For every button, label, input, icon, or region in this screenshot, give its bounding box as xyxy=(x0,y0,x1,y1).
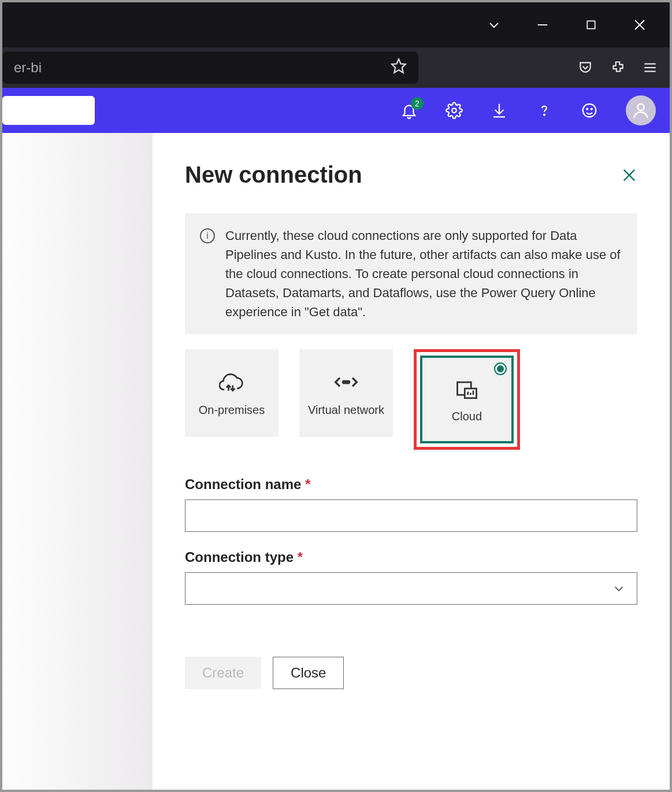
url-text: er-bi xyxy=(14,60,42,76)
url-input[interactable]: er-bi xyxy=(2,51,418,84)
create-button[interactable]: Create xyxy=(185,657,261,689)
gear-icon[interactable] xyxy=(445,102,463,119)
tile-cloud-highlight: Cloud xyxy=(414,349,520,450)
info-icon: i xyxy=(200,228,215,243)
svg-point-11 xyxy=(583,104,596,117)
tile-virtual-network[interactable]: Virtual network xyxy=(299,349,393,437)
svg-point-13 xyxy=(591,109,592,110)
new-connection-panel: New connection i Currently, these cloud … xyxy=(153,133,670,790)
help-icon[interactable] xyxy=(536,102,553,119)
close-button[interactable]: Close xyxy=(273,657,344,689)
panel-title: New connection xyxy=(185,162,362,188)
svg-rect-1 xyxy=(587,21,595,28)
info-message: i Currently, these cloud connections are… xyxy=(185,213,637,334)
chevron-down-icon[interactable] xyxy=(487,18,501,32)
browser-addressbar: er-bi xyxy=(2,47,670,88)
notifications-icon[interactable]: 2 xyxy=(400,102,418,119)
tile-label: On-premises xyxy=(199,403,265,417)
connection-type-label: Connection type * xyxy=(185,549,637,565)
star-icon[interactable] xyxy=(391,58,407,77)
svg-point-10 xyxy=(544,114,545,116)
close-window-icon[interactable] xyxy=(633,18,647,32)
radio-selected-icon xyxy=(494,362,507,375)
extensions-icon[interactable] xyxy=(610,60,626,76)
search-input[interactable] xyxy=(2,96,95,125)
download-icon[interactable] xyxy=(491,102,508,119)
notification-badge: 2 xyxy=(411,97,424,110)
connection-type-select[interactable] xyxy=(185,572,637,605)
hamburger-icon[interactable] xyxy=(642,60,658,76)
svg-marker-4 xyxy=(392,59,405,72)
svg-point-12 xyxy=(586,109,588,110)
svg-point-14 xyxy=(637,104,644,110)
maximize-icon[interactable] xyxy=(584,18,598,32)
chevron-down-icon xyxy=(612,582,625,595)
info-text: Currently, these cloud connections are o… xyxy=(225,226,622,321)
panel-backdrop xyxy=(2,133,153,790)
pocket-icon[interactable] xyxy=(577,60,593,76)
tile-label: Virtual network xyxy=(308,403,384,417)
close-panel-icon[interactable] xyxy=(621,167,637,183)
browser-titlebar xyxy=(2,2,670,47)
smiley-icon[interactable] xyxy=(581,102,598,119)
app-header: 2 xyxy=(2,88,670,133)
connection-name-label: Connection name * xyxy=(185,476,637,493)
tile-label: Cloud xyxy=(452,409,482,424)
minimize-icon[interactable] xyxy=(536,18,550,32)
avatar[interactable] xyxy=(626,95,656,125)
svg-point-8 xyxy=(452,108,456,113)
connection-kind-tiles: On-premises Virtual network Cloud xyxy=(185,349,637,450)
tile-cloud[interactable]: Cloud xyxy=(420,356,514,443)
svg-point-19 xyxy=(347,381,350,383)
tile-on-premises[interactable]: On-premises xyxy=(185,349,279,437)
connection-name-field[interactable] xyxy=(185,499,637,532)
